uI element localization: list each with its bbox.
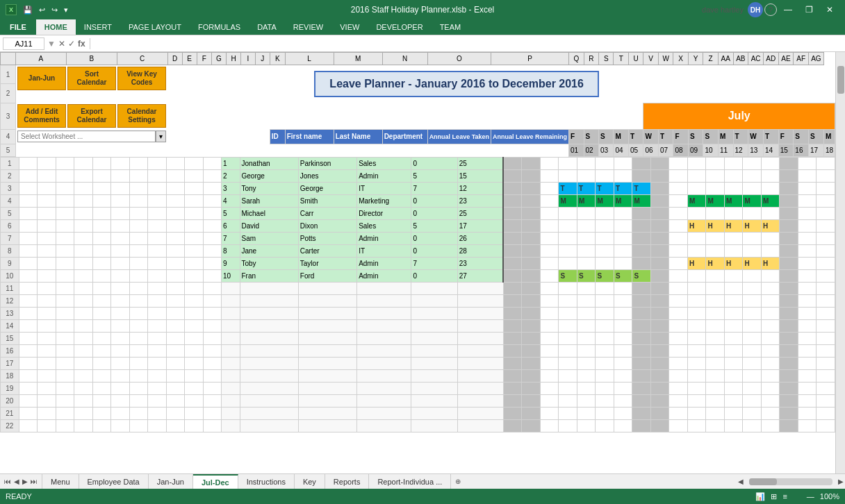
empty-cal-cell[interactable] — [650, 394, 669, 407]
cal-cell-5-14[interactable] — [743, 207, 762, 219]
help-button[interactable]: ? — [764, 3, 777, 16]
empty-data-cell[interactable] — [298, 394, 356, 407]
cal-cell-8-11[interactable] — [687, 244, 706, 257]
cal-cell-10-8[interactable]: S — [632, 269, 651, 282]
empty-cal-cell[interactable] — [540, 282, 559, 294]
cell-lastname-10[interactable]: Ford — [298, 269, 356, 282]
cell-taken-8[interactable]: 0 — [411, 244, 457, 257]
cal-cell-9-5[interactable] — [577, 257, 596, 269]
empty-cal-cell[interactable] — [817, 419, 835, 432]
cal-cell-3-4[interactable]: T — [559, 182, 577, 194]
cal-cell-6-7[interactable] — [614, 219, 632, 232]
empty-cal-cell[interactable] — [687, 344, 706, 357]
empty-cal-cell[interactable] — [706, 357, 725, 369]
cell-remaining-6[interactable]: 17 — [457, 219, 503, 232]
tab-page-layout[interactable]: PAGE LAYOUT — [120, 19, 190, 35]
empty-cal-cell[interactable] — [706, 382, 725, 394]
empty-data-cell[interactable] — [457, 282, 503, 294]
cal-cell-7-13[interactable] — [724, 232, 743, 244]
cal-cell-9-8[interactable] — [632, 257, 651, 269]
cal-cell-3-7[interactable]: T — [614, 182, 632, 194]
empty-cal-cell[interactable] — [743, 394, 762, 407]
empty-cal-cell[interactable] — [761, 382, 780, 394]
cell-id-5[interactable]: 5 — [222, 207, 240, 219]
empty-data-cell[interactable] — [457, 332, 503, 344]
empty-cal-cell[interactable] — [724, 419, 743, 432]
cal-cell-10-9[interactable] — [650, 269, 669, 282]
cal-cell-9-17[interactable] — [798, 257, 817, 269]
cal-cell-5-5[interactable] — [577, 207, 596, 219]
cell-id-4[interactable]: 4 — [222, 194, 240, 207]
cal-cell-2-8[interactable] — [632, 169, 651, 182]
cell-firstname-8[interactable]: Jane — [240, 244, 298, 257]
empty-cal-cell[interactable] — [503, 332, 522, 344]
empty-cal-cell[interactable] — [559, 382, 577, 394]
empty-data-cell[interactable] — [298, 382, 356, 394]
empty-cal-cell[interactable] — [669, 419, 688, 432]
cal-cell-4-2[interactable] — [522, 194, 541, 207]
empty-data-cell[interactable] — [411, 307, 457, 319]
cell-taken-3[interactable]: 7 — [411, 182, 457, 194]
scroll-left-button[interactable]: ◀ — [737, 478, 745, 485]
empty-cal-cell[interactable] — [559, 407, 577, 419]
empty-cal-cell[interactable] — [650, 407, 669, 419]
empty-cal-cell[interactable] — [706, 394, 725, 407]
empty-cal-cell[interactable] — [522, 344, 541, 357]
cal-cell-2-13[interactable] — [724, 169, 743, 182]
cal-cell-8-16[interactable] — [780, 244, 798, 257]
cal-cell-2-9[interactable] — [650, 169, 669, 182]
cal-cell-7-2[interactable] — [522, 232, 541, 244]
empty-cal-cell[interactable] — [614, 369, 632, 382]
empty-cal-cell[interactable] — [817, 407, 835, 419]
h-scrollbar-thumb[interactable] — [749, 478, 777, 485]
empty-cal-cell[interactable] — [706, 319, 725, 332]
cal-cell-6-13[interactable]: H — [724, 219, 743, 232]
empty-cal-cell[interactable] — [577, 382, 596, 394]
cell-remaining-4[interactable]: 23 — [457, 194, 503, 207]
quick-access-toolbar[interactable]: 💾 ↩ ↪ ▾ — [21, 5, 70, 15]
empty-cal-cell[interactable] — [503, 382, 522, 394]
cell-remaining-2[interactable]: 15 — [457, 169, 503, 182]
add-sheet-button[interactable]: ⊕ — [454, 474, 462, 489]
empty-cal-cell[interactable] — [559, 332, 577, 344]
empty-data-cell[interactable] — [240, 357, 298, 369]
empty-cal-cell[interactable] — [540, 332, 559, 344]
empty-cal-cell[interactable] — [687, 419, 706, 432]
formula-input[interactable] — [95, 38, 842, 49]
cell-id-9[interactable]: 9 — [222, 257, 240, 269]
empty-data-cell[interactable] — [457, 382, 503, 394]
empty-cal-cell[interactable] — [632, 332, 651, 344]
cal-cell-3-12[interactable] — [706, 182, 725, 194]
vertical-scrollbar[interactable] — [835, 52, 845, 473]
empty-cal-cell[interactable] — [724, 394, 743, 407]
cal-cell-10-3[interactable] — [540, 269, 559, 282]
cell-id-10[interactable]: 10 — [222, 269, 240, 282]
cal-cell-8-5[interactable] — [577, 244, 596, 257]
empty-cal-cell[interactable] — [817, 344, 835, 357]
cal-cell-3-5[interactable]: T — [577, 182, 596, 194]
cell-firstname-2[interactable]: George — [240, 169, 298, 182]
sheet-tab-key[interactable]: Key — [295, 474, 325, 489]
empty-cal-cell[interactable] — [669, 357, 688, 369]
empty-cal-cell[interactable] — [724, 319, 743, 332]
empty-cal-cell[interactable] — [632, 394, 651, 407]
cell-id-1[interactable]: 1 — [222, 157, 240, 169]
cell-dept-1[interactable]: Sales — [357, 157, 411, 169]
cal-cell-10-7[interactable]: S — [614, 269, 632, 282]
cal-cell-3-3[interactable] — [540, 182, 559, 194]
cal-cell-7-10[interactable] — [669, 232, 688, 244]
save-button[interactable]: 💾 — [21, 5, 35, 15]
cell-firstname-4[interactable]: Sarah — [240, 194, 298, 207]
empty-cal-cell[interactable] — [577, 419, 596, 432]
scrollbar-thumb[interactable] — [837, 66, 844, 94]
cal-cell-6-3[interactable] — [540, 219, 559, 232]
empty-cal-cell[interactable] — [798, 407, 817, 419]
cal-cell-2-17[interactable] — [798, 169, 817, 182]
empty-cal-cell[interactable] — [706, 307, 725, 319]
grid-scroll[interactable]: A B C D E F G H I J K L M N O — [0, 52, 835, 473]
cell-remaining-9[interactable]: 23 — [457, 257, 503, 269]
empty-data-cell[interactable] — [457, 419, 503, 432]
cal-cell-3-17[interactable] — [798, 182, 817, 194]
cal-cell-5-13[interactable] — [724, 207, 743, 219]
empty-cal-cell[interactable] — [522, 319, 541, 332]
